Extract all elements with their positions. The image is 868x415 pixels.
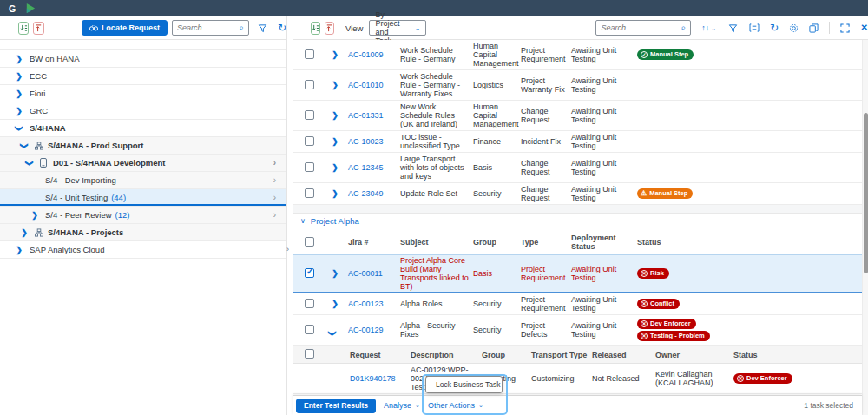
row-checkbox[interactable] <box>305 136 314 146</box>
export-icon[interactable] <box>809 23 819 33</box>
view-select[interactable]: By Project and Task ⌄ <box>369 20 426 36</box>
subject-cell: Alpha Roles <box>400 298 473 310</box>
jira-link[interactable]: AC-00129 <box>348 326 384 334</box>
jira-link[interactable]: AC-12345 <box>348 163 384 172</box>
vertical-scrollbar[interactable] <box>862 40 868 415</box>
tree-item-grc[interactable]: ❯GRC <box>0 102 286 120</box>
left-filter-icon[interactable] <box>258 23 267 33</box>
scrollbar-thumb[interactable] <box>864 113 868 273</box>
tree-item-s-4-peer-review[interactable]: ❯S/4 - Peer Review(12)› <box>0 207 286 224</box>
jira-link[interactable]: AC-01331 <box>348 111 384 120</box>
navigate-right-icon[interactable]: › <box>273 193 276 202</box>
tree-item-s-4hana[interactable]: ❯S/4HANA <box>0 120 286 137</box>
task-row-ac-01009[interactable]: ❯AC-01009Work Schedule Rule - GermanyHum… <box>293 40 862 70</box>
jira-link[interactable]: AC-10023 <box>348 137 384 146</box>
chevron-right-icon[interactable]: ❯ <box>326 269 345 278</box>
task-row-ac-00129[interactable]: ❯AC-00129Alpha - Security FixesSecurityP… <box>293 315 862 346</box>
fullscreen-icon[interactable] <box>840 23 850 33</box>
system-tree: ❯BW on HANA❯ECC❯Fiori❯GRC❯S/4HANA❯S/4HAN… <box>0 49 286 259</box>
chevron-right-icon[interactable]: ❯ <box>326 50 345 59</box>
chevron-right-icon[interactable]: ❯ <box>9 72 30 81</box>
chevron-right-icon[interactable]: ❯ <box>24 211 45 220</box>
lock-business-task-menu-item[interactable]: Lock Business Task <box>425 376 503 393</box>
arrows-down-button-right[interactable] <box>311 22 320 35</box>
chevron-right-icon[interactable]: ❯ <box>326 137 345 146</box>
search-icon[interactable]: ⌕ <box>239 23 244 33</box>
close-icon[interactable]: ✕ <box>861 23 868 32</box>
chevron-right-icon[interactable]: ❯ <box>9 55 30 63</box>
navigate-right-icon[interactable]: › <box>273 210 276 220</box>
jira-link[interactable]: AC-23049 <box>348 189 384 198</box>
column-header-status: Status <box>637 235 862 249</box>
arrow-up-button-right[interactable] <box>325 22 334 35</box>
request-link[interactable]: D01K940178 <box>350 374 396 383</box>
refresh-icon[interactable]: ↻ <box>770 23 779 33</box>
task-row-ac-00011[interactable]: ❯AC-00011Project Alpha Core Build (Many … <box>293 254 862 293</box>
chevron-right-icon[interactable]: ❯ <box>9 89 30 98</box>
tree-item-s-4hana-prod-support[interactable]: ❯S/4HANA - Prod Support <box>0 137 286 155</box>
left-refresh-icon[interactable]: ↻ <box>278 23 286 33</box>
row-checkbox[interactable] <box>305 162 314 172</box>
right-search-field[interactable]: ⌕ <box>595 20 691 36</box>
navigate-right-icon[interactable]: › <box>273 175 276 185</box>
splitter-grip-icon[interactable]: › <box>286 245 289 254</box>
chevron-right-icon[interactable]: ❯ <box>326 111 345 120</box>
row-checkbox[interactable] <box>305 110 314 120</box>
sort-icon[interactable]: ↑↓⌄ <box>701 24 716 32</box>
jira-link[interactable]: AC-00011 <box>348 269 383 278</box>
left-search-field[interactable]: ⌕ <box>172 20 249 36</box>
filter-icon[interactable] <box>728 23 738 33</box>
row-checkbox[interactable] <box>305 299 314 308</box>
deployment-cell: Awaiting Unit Testing <box>571 293 637 314</box>
row-checkbox[interactable] <box>305 188 314 198</box>
chevron-right-icon[interactable]: ❯ <box>326 81 345 89</box>
row-checkbox[interactable] <box>305 325 314 334</box>
task-row-ac-12345[interactable]: ❯AC-12345Large Transport with lots of ob… <box>293 153 862 183</box>
analyse-button[interactable]: Analyse⌄ <box>384 401 420 410</box>
tree-item-fiori[interactable]: ❯Fiori <box>0 85 286 102</box>
left-search-input[interactable] <box>177 23 235 32</box>
task-row-ac-00123[interactable]: ❯AC-00123Alpha RolesSecurityProject Requ… <box>293 293 862 315</box>
task-row-ac-10023[interactable]: ❯AC-10023TOC issue - unclassified TypeFi… <box>293 131 862 153</box>
task-row-ac-01331[interactable]: ❯AC-01331New Work Schedule Rules (UK and… <box>293 101 862 131</box>
arrow-up-button[interactable] <box>33 22 43 35</box>
row-checkbox[interactable] <box>305 268 314 278</box>
arrows-down-button[interactable] <box>18 22 29 35</box>
task-row-ac-23049[interactable]: ❯AC-23049Update Role SetSecurityChange R… <box>293 183 862 205</box>
chevron-right-icon[interactable]: ❯ <box>9 107 30 115</box>
jira-link[interactable]: AC-01010 <box>348 81 384 89</box>
row-checkbox[interactable] <box>305 80 314 89</box>
chevron-down-icon[interactable]: ❯ <box>328 323 337 337</box>
chevron-right-icon[interactable]: ❯ <box>326 300 345 308</box>
tree-item-bw-on-hana[interactable]: ❯BW on HANA <box>0 50 286 68</box>
right-search-input[interactable] <box>601 23 677 32</box>
deployment-cell: Awaiting Unit Testing <box>571 131 637 152</box>
chevron-right-icon[interactable]: ❯ <box>9 246 30 254</box>
tree-item-s-4-dev-importing[interactable]: ❯S/4 - Dev Importing› <box>0 172 286 189</box>
chevron-right-icon[interactable]: ❯ <box>326 189 345 198</box>
row-checkbox[interactable] <box>305 237 314 247</box>
tree-item-s-4hana-projects[interactable]: ❯S/4HANA - Projects <box>0 224 286 241</box>
chevron-right-icon[interactable]: ❯ <box>14 228 35 237</box>
row-checkbox[interactable] <box>305 349 314 359</box>
task-row-ac-01010[interactable]: ❯AC-01010Work Schedule Rule - Germany - … <box>293 70 862 101</box>
settings-gear-icon[interactable] <box>789 23 799 33</box>
jira-cell: AC-01010 <box>348 79 400 91</box>
tree-item-d01-s-4hana-development[interactable]: ❯D01 - S/4HANA Development› <box>0 155 286 172</box>
section-header-project-alpha[interactable]: ∨Project Alpha <box>293 214 862 227</box>
locate-request-button[interactable]: Locate Request <box>82 20 168 36</box>
jira-link[interactable]: AC-00123 <box>348 300 384 308</box>
group-icon[interactable] <box>749 23 760 32</box>
row-checkbox[interactable] <box>305 49 314 59</box>
jira-link[interactable]: AC-01009 <box>348 50 384 59</box>
tree-item-ecc[interactable]: ❯ECC <box>0 68 286 85</box>
chevron-down-icon[interactable]: ❯ <box>25 153 34 174</box>
search-icon[interactable]: ⌕ <box>681 23 687 33</box>
chevron-right-icon[interactable]: ❯ <box>326 163 345 172</box>
tree-item-s-4-unit-testing[interactable]: ❯S/4 - Unit Testing(44)› <box>0 189 286 207</box>
transport-row-d01k940178[interactable]: D01K940178AC-00129:WPP-002 Deep Impact T… <box>293 364 862 394</box>
other-actions-button[interactable]: Other Actions⌄ <box>428 401 483 410</box>
tree-item-sap-analytics-cloud[interactable]: ❯SAP Analytics Cloud <box>0 241 286 259</box>
navigate-right-icon[interactable]: › <box>273 158 276 168</box>
enter-test-results-button[interactable]: Enter Test Results <box>296 399 376 413</box>
